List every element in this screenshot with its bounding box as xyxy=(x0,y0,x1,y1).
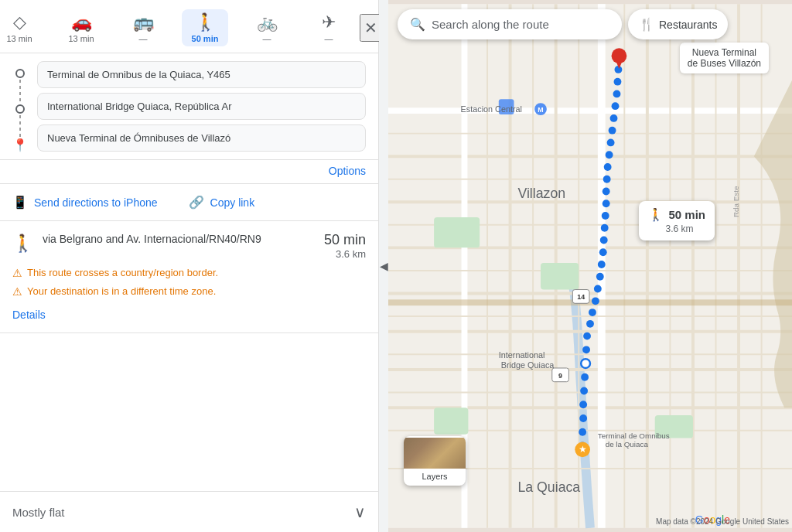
layers-thumbnail xyxy=(404,438,466,469)
svg-point-49 xyxy=(582,346,590,353)
svg-text:International: International xyxy=(499,350,545,360)
svg-point-71 xyxy=(614,78,622,86)
send-iphone-link[interactable]: 📱 Send directions to iPhone xyxy=(12,195,158,210)
svg-point-69 xyxy=(612,102,620,110)
search-placeholder: Search along the route xyxy=(432,18,549,31)
waypoint-fields xyxy=(37,61,366,152)
svg-rect-36 xyxy=(388,299,792,305)
svg-rect-34 xyxy=(434,408,468,434)
via-input[interactable] xyxy=(37,93,366,120)
link-icon: 🔗 xyxy=(189,195,204,210)
route-title: via Belgrano and Av. Internacional/RN40/… xyxy=(43,232,315,247)
warning-text-2: Your destination is in a different time … xyxy=(27,285,216,298)
transport-walk[interactable]: 🚶 50 min xyxy=(182,9,228,46)
waypoint-icons: 📍 xyxy=(12,61,28,152)
route-header: 🚶 via Belgrano and Av. Internacional/RN4… xyxy=(12,232,366,260)
svg-point-57 xyxy=(599,248,607,256)
svg-text:Villazon: Villazon xyxy=(517,186,565,201)
car-icon: 🚗 xyxy=(71,12,92,32)
svg-point-58 xyxy=(600,237,608,244)
dot-line-1 xyxy=(19,80,21,103)
origin-input[interactable] xyxy=(37,61,366,88)
panel-divider[interactable]: ◀ xyxy=(379,0,388,532)
svg-point-46 xyxy=(580,387,588,395)
route-time: 50 min xyxy=(324,232,366,248)
copy-link-label: Copy link xyxy=(210,196,255,209)
dest-input[interactable] xyxy=(37,124,366,152)
svg-point-44 xyxy=(579,414,587,422)
dot-line-2 xyxy=(19,115,21,138)
transport-transit[interactable]: 🚌 — xyxy=(120,9,166,46)
dest-label-text: Nueva Terminalde Buses Villazón xyxy=(688,47,761,69)
chevron-down-icon: ∨ xyxy=(354,503,366,521)
walk-bubble-top: 🚶 50 min xyxy=(648,207,705,222)
warning-icon-2: ⚠ xyxy=(12,285,22,300)
svg-point-54 xyxy=(594,285,602,293)
walk-label: 50 min xyxy=(192,34,219,43)
transport-flight[interactable]: ✈ — xyxy=(306,9,352,46)
svg-text:Terminal de Omnibus: Terminal de Omnibus xyxy=(598,431,670,440)
left-panel: ◇ 13 min 🚗 13 min 🚌 — 🚶 50 min 🚲 — ✈ xyxy=(0,0,379,532)
svg-point-52 xyxy=(589,309,596,316)
svg-point-64 xyxy=(604,163,612,171)
svg-point-55 xyxy=(596,273,604,281)
svg-point-66 xyxy=(607,139,615,147)
route-dist: 3.6 km xyxy=(336,248,366,260)
details-link[interactable]: Details xyxy=(12,309,46,321)
svg-point-43 xyxy=(579,428,586,436)
transit-label: — xyxy=(139,34,148,43)
send-iphone-label: Send directions to iPhone xyxy=(34,196,158,209)
svg-text:de la Quiaca: de la Quiaca xyxy=(606,440,649,448)
layers-button[interactable]: Layers xyxy=(404,436,466,486)
copy-link-link[interactable]: 🔗 Copy link xyxy=(189,195,255,210)
svg-point-65 xyxy=(606,151,613,159)
flight-icon: ✈ xyxy=(322,12,336,32)
search-icon: 🔍 xyxy=(410,17,425,32)
transport-bike[interactable]: 🚲 — xyxy=(244,9,290,46)
via-marker xyxy=(15,104,25,114)
svg-text:Bridge Quiaca: Bridge Quiaca xyxy=(501,360,555,370)
flight-label: — xyxy=(325,34,333,43)
dest-pin-icon: 📍 xyxy=(12,139,28,152)
map-search-bar: 🔍 Search along the route 🍴 Restaurants xyxy=(398,9,728,39)
svg-point-67 xyxy=(609,127,616,135)
restaurant-label: Restaurants xyxy=(659,19,717,31)
svg-point-53 xyxy=(592,297,599,305)
svg-text:Rda Este: Rda Este xyxy=(732,186,740,217)
car-label: 13 min xyxy=(68,34,94,43)
waypoints-container: 📍 xyxy=(0,53,378,160)
walk-bubble-icon: 🚶 xyxy=(648,207,664,222)
svg-text:★: ★ xyxy=(579,444,587,455)
svg-point-45 xyxy=(579,401,587,408)
warning-icon-1: ⚠ xyxy=(12,266,22,281)
warning-timezone: ⚠ Your destination is in a different tim… xyxy=(12,285,366,300)
warning-text-1: This route crosses a country/region bord… xyxy=(27,266,218,280)
route-walk-icon: 🚶 xyxy=(12,234,33,254)
svg-text:14: 14 xyxy=(577,293,585,301)
route-option[interactable]: 🚶 via Belgrano and Av. Internacional/RN4… xyxy=(0,221,378,333)
transport-directions[interactable]: ◇ 13 min xyxy=(0,9,43,46)
map-copyright: Map data ©2024 Google United States xyxy=(656,517,789,526)
options-button[interactable]: Options xyxy=(329,165,366,177)
svg-point-59 xyxy=(601,224,609,232)
walk-time-bubble: 🚶 50 min 3.6 km xyxy=(639,201,715,240)
options-row: Options xyxy=(0,160,378,184)
restaurant-icon: 🍴 xyxy=(639,17,654,32)
origin-marker xyxy=(15,69,25,78)
svg-rect-32 xyxy=(434,217,480,247)
route-time-dist: 50 min 3.6 km xyxy=(324,232,366,260)
destination-label: Nueva Terminalde Buses Villazón xyxy=(680,43,769,73)
transport-car[interactable]: 🚗 13 min xyxy=(58,9,104,46)
footer[interactable]: Mostly flat ∨ xyxy=(0,491,378,532)
search-input-container[interactable]: 🔍 Search along the route xyxy=(398,9,622,39)
svg-text:9: 9 xyxy=(558,372,562,380)
walk-icon: 🚶 xyxy=(195,12,216,32)
svg-text:Estacion Central: Estacion Central xyxy=(461,104,522,114)
collapse-icon: ◀ xyxy=(380,260,388,272)
bike-icon: 🚲 xyxy=(257,12,278,32)
warning-border: ⚠ This route crosses a country/region bo… xyxy=(12,266,366,281)
svg-rect-33 xyxy=(541,263,579,289)
svg-text:M: M xyxy=(538,106,543,114)
route-info: via Belgrano and Av. Internacional/RN40/… xyxy=(43,232,315,247)
restaurants-button[interactable]: 🍴 Restaurants xyxy=(628,9,728,39)
